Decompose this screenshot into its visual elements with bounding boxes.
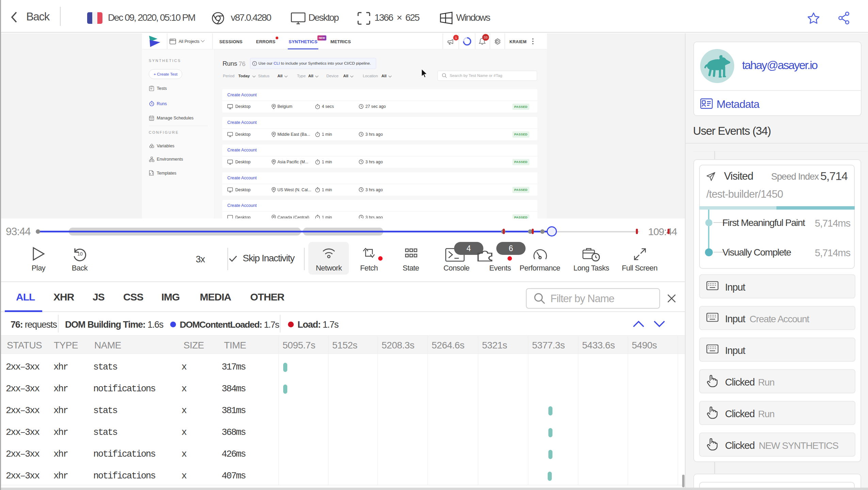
- svg-text:10: 10: [77, 251, 83, 257]
